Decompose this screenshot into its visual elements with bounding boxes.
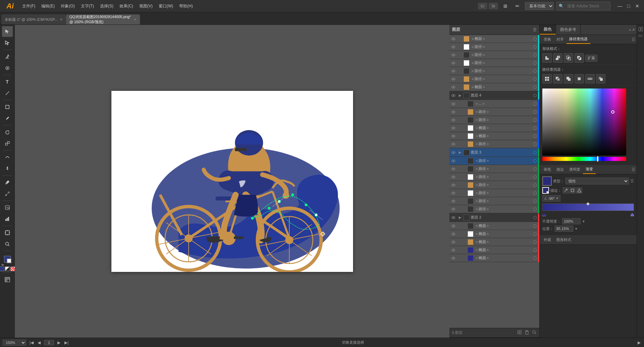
layer-item[interactable]: ＜路径＞ bbox=[449, 59, 539, 67]
layer-item[interactable]: ＜路径＞ bbox=[449, 173, 539, 181]
menu-select[interactable]: 选择(S) bbox=[97, 2, 116, 10]
intersect-btn[interactable] bbox=[564, 53, 573, 63]
color-picker-area[interactable] bbox=[540, 86, 637, 165]
divide-btn[interactable] bbox=[542, 74, 552, 83]
angle-input-group[interactable]: ∠ -90° ▼ bbox=[542, 195, 560, 201]
graphic-style-tab[interactable]: 图形样式 bbox=[554, 235, 574, 244]
exclude-btn[interactable] bbox=[575, 53, 584, 63]
nav-next-end[interactable]: ▶| bbox=[64, 340, 69, 345]
color-tab[interactable]: 颜色 bbox=[540, 25, 556, 35]
layer-vis-8[interactable] bbox=[449, 100, 457, 108]
layer-vis-27[interactable] bbox=[449, 254, 457, 262]
tool-blend[interactable] bbox=[2, 188, 13, 199]
nav-prev-start[interactable]: |◀ bbox=[29, 340, 34, 345]
layers-list[interactable]: ＜椭圆＞ ＜路径＞ ＜路径＞ bbox=[449, 35, 539, 328]
close-btn[interactable]: ✕ bbox=[633, 2, 641, 10]
gradient-options-btn[interactable]: ☰ bbox=[630, 179, 634, 183]
delete-stop-btn[interactable]: 🗑 bbox=[636, 204, 637, 209]
layer-item[interactable]: ＜椭圆＞ bbox=[449, 230, 539, 238]
opacity-dropdown[interactable]: ▼ bbox=[582, 220, 585, 223]
angle-icon-3[interactable] bbox=[576, 187, 582, 193]
layer-item[interactable]: ＜椭圆＞ bbox=[449, 124, 539, 132]
position-input[interactable] bbox=[555, 226, 573, 232]
layer-item[interactable]: ＜椭圆＞ bbox=[449, 254, 539, 262]
layer-expand-14[interactable]: ▶ bbox=[457, 151, 463, 154]
layer-vis-15[interactable] bbox=[449, 157, 457, 165]
mini-libraries-btn[interactable] bbox=[638, 26, 644, 32]
tool-type[interactable]: T bbox=[2, 76, 13, 87]
gradient-swatch[interactable] bbox=[542, 176, 552, 186]
layer-vis-22[interactable] bbox=[449, 214, 457, 222]
cc-icon[interactable]: Cr bbox=[478, 3, 487, 9]
solid-fill-btn[interactable] bbox=[0, 267, 4, 271]
menu-text[interactable]: 文字(T) bbox=[78, 2, 97, 10]
nav-prev[interactable]: ◀ bbox=[37, 340, 41, 345]
layer-item[interactable]: ＜路径＞ bbox=[449, 43, 539, 51]
tool-zoom[interactable] bbox=[2, 239, 13, 249]
layer-item[interactable]: ＜椭圆＞ bbox=[449, 83, 539, 91]
tool-artboard[interactable] bbox=[2, 227, 13, 238]
gradient-strip[interactable] bbox=[542, 204, 634, 211]
layer-item[interactable]: ＜路径＞ bbox=[449, 189, 539, 197]
pathfinder-tab[interactable]: 路径查找器 bbox=[566, 35, 590, 44]
position-dropdown[interactable]: ▼ bbox=[575, 227, 578, 231]
crop-btn[interactable] bbox=[575, 74, 584, 83]
menu-window[interactable]: 窗口(W) bbox=[156, 2, 176, 10]
appearance-tab[interactable]: 外观 bbox=[541, 235, 554, 244]
gradient-fill-btn[interactable] bbox=[5, 267, 10, 271]
tool-pen[interactable] bbox=[2, 51, 13, 62]
merge-btn[interactable] bbox=[564, 74, 573, 83]
trim-btn[interactable] bbox=[553, 74, 562, 83]
layer-vis-13[interactable] bbox=[449, 140, 457, 148]
transparency-tab[interactable]: 透明度 bbox=[566, 165, 583, 174]
layer-vis-4[interactable] bbox=[449, 67, 457, 75]
maximize-btn[interactable]: □ bbox=[625, 2, 633, 10]
angle-icon-1[interactable] bbox=[563, 187, 569, 193]
align-tab[interactable]: 对齐 bbox=[554, 35, 566, 44]
layer-vis-9[interactable] bbox=[449, 108, 457, 116]
menu-file[interactable]: 文件(F) bbox=[19, 2, 38, 10]
new-layer-btn[interactable] bbox=[517, 330, 522, 336]
layer-item[interactable]: ▶ 图层 3 bbox=[449, 148, 539, 157]
layer-vis-7[interactable] bbox=[449, 92, 457, 100]
layer-item[interactable]: ＜路径＞ bbox=[449, 165, 539, 173]
color-spectrum[interactable] bbox=[542, 89, 626, 156]
tab-1-close[interactable]: ✕ bbox=[134, 17, 137, 22]
layer-vis-12[interactable] bbox=[449, 132, 457, 140]
menu-edit[interactable]: 编辑(E) bbox=[39, 2, 57, 10]
outline-btn[interactable] bbox=[585, 74, 595, 83]
zoom-select[interactable]: 150% 100% 200% bbox=[3, 340, 26, 346]
tool-rotate[interactable] bbox=[2, 127, 13, 137]
layer-vis-25[interactable] bbox=[449, 238, 457, 246]
unite-btn[interactable] bbox=[542, 53, 552, 63]
layer-vis-2[interactable] bbox=[449, 51, 457, 59]
layer-vis-20[interactable] bbox=[449, 197, 457, 205]
stock-icon[interactable]: St bbox=[489, 3, 498, 9]
layer-vis-17[interactable] bbox=[449, 173, 457, 181]
tool-puppet-warp[interactable] bbox=[2, 163, 13, 174]
layer-item[interactable]: ＜椭圆＞ bbox=[449, 132, 539, 140]
tab-1[interactable]: QQ浏览器截图20190929144005.png* @ 150% (RGB/预… bbox=[66, 14, 140, 24]
layer-vis-18[interactable] bbox=[449, 181, 457, 189]
gradient-tab[interactable]: 渐变 bbox=[583, 165, 596, 174]
tool-eyedropper[interactable] bbox=[2, 177, 13, 188]
layer-vis-10[interactable] bbox=[449, 116, 457, 124]
layer-vis-1[interactable] bbox=[449, 43, 457, 51]
swap-colors[interactable] bbox=[1, 263, 4, 265]
layer-item[interactable]: ＜路径＞ bbox=[449, 108, 539, 116]
search-input[interactable] bbox=[564, 3, 608, 9]
delete-layer-btn[interactable] bbox=[525, 330, 529, 336]
gradient-type-select[interactable]: 线性 径向 bbox=[565, 178, 629, 184]
layer-item[interactable]: ＜椭圆＞ bbox=[449, 246, 539, 254]
layer-expand-22[interactable]: ▶ bbox=[457, 216, 463, 219]
layer-vis-5[interactable] bbox=[449, 75, 457, 83]
layer-vis-11[interactable] bbox=[449, 124, 457, 132]
layer-item[interactable]: ＜路径＞ bbox=[449, 140, 539, 148]
layer-item[interactable]: ＜路径＞ bbox=[449, 116, 539, 124]
layer-item[interactable]: ＜路径＞ bbox=[449, 75, 539, 83]
menu-effect[interactable]: 效果(C) bbox=[117, 2, 136, 10]
layer-item[interactable]: ＜...＞ bbox=[449, 100, 539, 108]
no-fill-btn[interactable] bbox=[10, 267, 15, 271]
layer-item[interactable]: ▶ 图层 4 bbox=[449, 91, 539, 100]
hue-slider[interactable] bbox=[542, 157, 626, 161]
